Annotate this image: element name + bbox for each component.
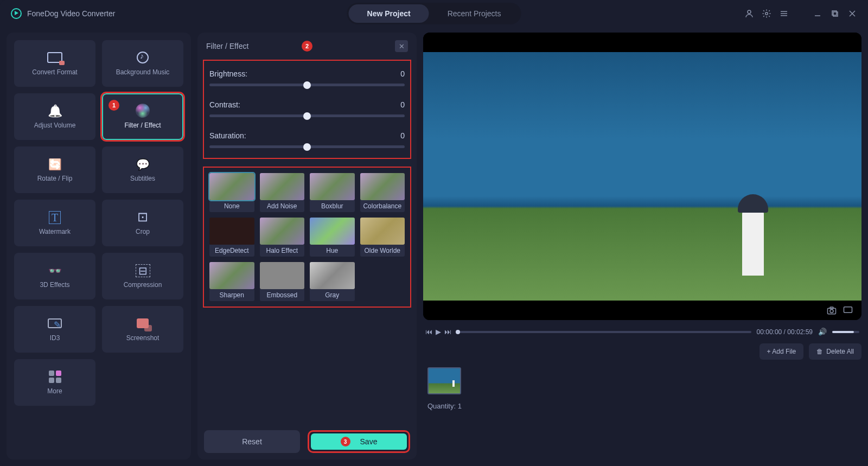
add-file-button[interactable]: + Add File — [760, 343, 804, 360]
contrast-value: 0 — [400, 100, 405, 109]
filter-gray[interactable]: Gray — [310, 262, 355, 301]
filter-embossed[interactable]: Embossed — [260, 262, 305, 301]
crop-icon — [137, 209, 148, 225]
filter-effect-panel: Filter / Effect 2 ✕ Brightness:0 Contras… — [197, 33, 417, 459]
filter-thumb-icon — [360, 173, 405, 200]
subtitles-icon — [136, 156, 150, 171]
clip-list — [423, 367, 861, 394]
filter-thumb-icon — [310, 218, 355, 245]
delete-all-button[interactable]: 🗑Delete All — [809, 343, 861, 360]
filter-add-noise[interactable]: Add Noise — [260, 173, 305, 212]
account-icon[interactable] — [744, 9, 754, 18]
tab-new-project[interactable]: New Project — [349, 4, 429, 23]
file-actions: + Add File 🗑Delete All — [423, 343, 861, 360]
video-preview — [423, 33, 861, 320]
filter-thumb-icon — [310, 173, 355, 200]
slider-thumb-icon[interactable] — [303, 112, 311, 120]
tool-panel: Convert Format Background Music Adjust V… — [7, 33, 191, 459]
preview-panel: ⏮ ▶ ⏭ 00:00:00 / 00:02:59 🔊 + Add File 🗑… — [423, 33, 861, 459]
contrast-slider[interactable] — [209, 114, 405, 117]
watermark-icon — [49, 209, 61, 225]
tool-background-music[interactable]: Background Music — [102, 40, 183, 87]
reset-button[interactable]: Reset — [204, 430, 300, 453]
preview-letterbox-top — [423, 33, 861, 52]
tool-subtitles[interactable]: Subtitles — [102, 146, 183, 193]
tool-id3[interactable]: ID3 — [14, 306, 95, 353]
save-button[interactable]: 3 Save — [311, 433, 407, 450]
filter-presets-group: None Add Noise Boxblur Colorbalance Edge… — [203, 167, 411, 308]
tool-adjust-volume[interactable]: Adjust Volume — [14, 93, 95, 140]
filter-grid: None Add Noise Boxblur Colorbalance Edge… — [209, 173, 405, 301]
preview-frame — [423, 52, 861, 301]
filter-sharpen[interactable]: Sharpen — [209, 262, 254, 301]
tool-watermark[interactable]: Watermark — [14, 200, 95, 246]
brightness-slider-row: Brightness:0 — [209, 69, 405, 86]
minimize-icon[interactable] — [813, 9, 822, 18]
annotation-badge-2: 2 — [302, 41, 312, 52]
volume-slider[interactable] — [832, 331, 859, 333]
svg-point-11 — [830, 310, 833, 313]
brightness-slider[interactable] — [209, 84, 405, 86]
time-display: 00:00:00 / 00:02:59 — [757, 328, 813, 336]
next-frame-button[interactable]: ⏭ — [444, 328, 451, 336]
menu-icon[interactable] — [779, 9, 789, 18]
clip-thumbnail[interactable] — [427, 367, 461, 394]
maximize-icon[interactable] — [830, 9, 840, 18]
volume-fill — [832, 331, 854, 333]
tool-crop[interactable]: Crop — [102, 200, 183, 246]
convert-icon — [47, 52, 62, 63]
svg-point-1 — [765, 12, 768, 15]
filter-colorbalance[interactable]: Colorbalance — [360, 173, 405, 212]
music-icon — [137, 52, 149, 63]
brightness-value: 0 — [400, 69, 405, 78]
slider-thumb-icon[interactable] — [303, 81, 311, 89]
tool-filter-effect[interactable]: 1 Filter / Effect — [102, 93, 183, 140]
annotation-badge-1: 1 — [108, 100, 119, 111]
app-logo: FoneDog Video Converter — [11, 8, 115, 19]
progress-slider[interactable] — [457, 331, 751, 333]
filter-thumb-icon — [260, 262, 305, 289]
filter-boxblur[interactable]: Boxblur — [310, 173, 355, 212]
tool-more[interactable]: More — [14, 359, 95, 406]
tool-screenshot[interactable]: Screenshot — [102, 306, 183, 353]
quantity-label: Quantity: 1 — [427, 402, 861, 410]
slider-thumb-icon[interactable] — [303, 143, 311, 151]
titlebar-right — [744, 9, 857, 18]
titlebar: FoneDog Video Converter New Project Rece… — [0, 0, 868, 27]
filter-thumb-icon — [310, 262, 355, 289]
progress-thumb-icon[interactable] — [456, 330, 460, 334]
preview-content-lighthouse — [742, 212, 764, 276]
tab-recent-projects[interactable]: Recent Projects — [429, 4, 520, 23]
panel-footer: Reset 3 Save — [197, 424, 417, 459]
panel-close-button[interactable]: ✕ — [395, 40, 408, 52]
screenshot-icon — [137, 318, 149, 328]
filter-thumb-icon — [209, 218, 254, 245]
tool-convert-format[interactable]: Convert Format — [14, 40, 95, 87]
filter-thumb-icon — [260, 173, 305, 200]
id3-icon — [48, 318, 62, 328]
tool-compression[interactable]: Compression — [102, 253, 183, 299]
annotation-badge-3: 3 — [341, 437, 350, 446]
compress-icon — [136, 263, 150, 278]
save-button-highlight: 3 Save — [308, 430, 410, 453]
filter-halo-effect[interactable]: Halo Effect — [260, 218, 305, 257]
preview-letterbox-bottom — [423, 301, 861, 320]
tool-3d-effects[interactable]: 3D Effects — [14, 253, 95, 299]
filter-olde-worlde[interactable]: Olde Worlde — [360, 218, 405, 257]
fullscreen-icon[interactable] — [843, 306, 853, 317]
play-button[interactable]: ▶ — [436, 328, 441, 336]
settings-icon[interactable] — [762, 9, 771, 18]
volume-icon[interactable]: 🔊 — [818, 328, 827, 336]
filter-edgedetect[interactable]: EdgeDetect — [209, 218, 254, 257]
prev-frame-button[interactable]: ⏮ — [425, 328, 432, 336]
rotate-icon — [48, 156, 62, 171]
filter-hue[interactable]: Hue — [310, 218, 355, 257]
snapshot-icon[interactable] — [827, 306, 837, 317]
filter-none[interactable]: None — [209, 173, 254, 212]
saturation-slider[interactable] — [209, 145, 405, 148]
close-icon[interactable] — [847, 9, 857, 18]
svg-rect-7 — [833, 12, 838, 16]
contrast-slider-row: Contrast:0 — [209, 100, 405, 117]
tool-rotate-flip[interactable]: Rotate / Flip — [14, 146, 95, 193]
project-tabs: New Project Recent Projects — [347, 3, 521, 24]
